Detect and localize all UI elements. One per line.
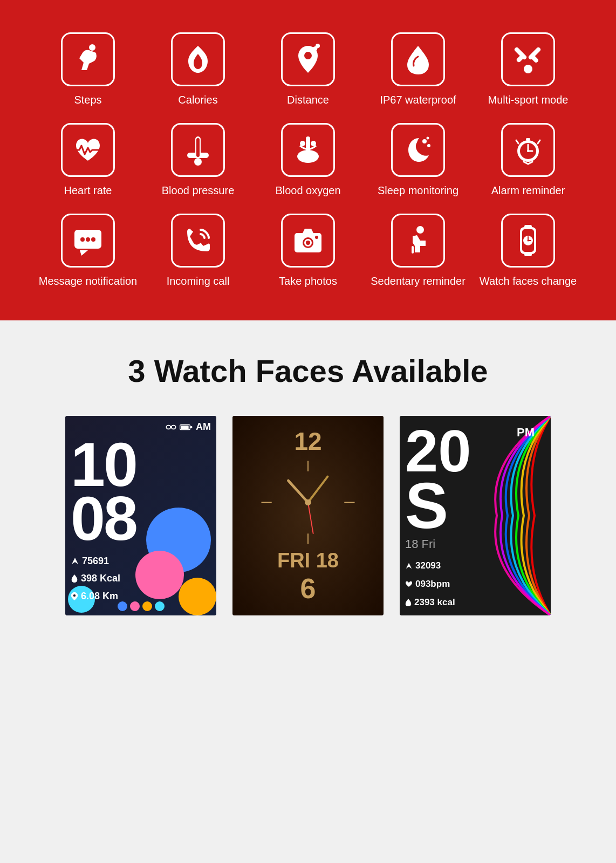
watch-face-3: 20 PM S 18 Fri 32093 xyxy=(400,416,551,615)
watch-face-1-inner: AM 10 08 75691 xyxy=(65,416,216,615)
svg-point-32 xyxy=(306,241,310,245)
calories-label: Calories xyxy=(178,93,217,107)
svg-point-34 xyxy=(416,226,424,234)
svg-point-51 xyxy=(73,594,76,597)
feature-photos: Take photos xyxy=(258,214,358,288)
feature-watchfaces: Watch faces change xyxy=(478,214,578,288)
heartrate-icon xyxy=(72,134,104,166)
svg-point-59 xyxy=(305,499,311,506)
feature-bloodoxygen: Blood oxygen xyxy=(258,123,358,197)
wf3-calories-value: 2393 kcal xyxy=(414,593,455,612)
feature-distance: Distance xyxy=(258,32,358,107)
alarm-icon xyxy=(512,134,544,166)
alarm-label: Alarm reminder xyxy=(491,183,565,197)
heartrate-label: Heart rate xyxy=(64,183,112,197)
svg-rect-39 xyxy=(524,253,532,256)
watch-face-3-inner: 20 PM S 18 Fri 32093 xyxy=(400,416,551,615)
wf3-heart-icon xyxy=(405,581,413,587)
wf1-steps-value: 75691 xyxy=(82,552,109,570)
wf3-steps-value: 32093 xyxy=(415,557,441,575)
wf1-calories-value: 398 Kcal xyxy=(81,570,120,587)
sedentary-icon xyxy=(402,224,434,257)
watch-face-1: AM 10 08 75691 xyxy=(65,416,216,615)
svg-rect-48 xyxy=(181,425,189,429)
wf1-am-label: AM xyxy=(196,421,211,433)
wf3-time-block: 20 PM S xyxy=(405,421,545,533)
message-icon xyxy=(72,224,104,257)
section-title: 3 Watch Faces Available xyxy=(22,353,594,389)
svg-point-18 xyxy=(427,137,429,140)
svg-point-23 xyxy=(527,150,529,152)
svg-point-17 xyxy=(427,144,430,147)
svg-point-33 xyxy=(315,236,318,239)
svg-point-7 xyxy=(524,65,532,73)
wf1-dots xyxy=(65,601,216,611)
svg-point-0 xyxy=(89,44,95,51)
sport-label: Multi-sport mode xyxy=(488,93,569,107)
svg-point-1 xyxy=(304,52,312,59)
sleep-label: Sleep monitoring xyxy=(378,183,458,197)
call-icon xyxy=(182,224,214,257)
feature-call: Incoming call xyxy=(148,214,248,288)
svg-rect-38 xyxy=(524,225,532,228)
distance-label: Distance xyxy=(287,93,329,107)
bloodoxygen-label: Blood oxygen xyxy=(275,183,340,197)
svg-line-56 xyxy=(288,481,308,502)
waterproof-icon xyxy=(402,43,434,76)
wf1-calories-row: 398 Kcal xyxy=(71,570,120,587)
feature-bloodpressure: Blood pressure xyxy=(148,123,248,197)
wf2-date: FRI 18 xyxy=(277,549,339,572)
features-grid: Steps Calories Distance xyxy=(38,32,578,288)
svg-point-10 xyxy=(194,158,202,166)
watchfaces-label: Watch faces change xyxy=(480,274,577,288)
call-label: Incoming call xyxy=(167,274,230,288)
wf2-12: 12 xyxy=(294,427,321,456)
wf3-stats: 32093 093bpm 2393 kcal xyxy=(405,557,545,612)
bloodoxygen-icon xyxy=(292,134,324,166)
feature-sport: Multi-sport mode xyxy=(478,32,578,107)
call-icon-box xyxy=(171,214,225,268)
wf3-time-row: 20 PM xyxy=(405,421,545,481)
bloodpressure-icon xyxy=(182,134,214,166)
alarm-icon-box xyxy=(501,123,555,177)
sleep-icon-box xyxy=(391,123,445,177)
calories-icon xyxy=(182,43,214,76)
wf1-dot-orange xyxy=(142,601,152,611)
sleep-icon xyxy=(402,134,434,166)
feature-alarm: Alarm reminder xyxy=(478,123,578,197)
heartrate-icon-box xyxy=(61,123,115,177)
steps-icon-box xyxy=(61,32,115,86)
watch-face-2: 12 xyxy=(232,416,384,615)
wf1-distance-icon xyxy=(71,592,78,600)
watch-face-2-inner: 12 xyxy=(232,416,384,615)
steps-icon xyxy=(72,43,104,76)
sport-icon-box xyxy=(501,32,555,86)
sedentary-label: Sedentary reminder xyxy=(371,274,466,288)
waterproof-icon-box xyxy=(391,32,445,86)
feature-waterproof: IP67 waterproof xyxy=(368,32,468,107)
watchfaces-icon-box xyxy=(501,214,555,268)
svg-point-27 xyxy=(86,237,90,242)
watch-faces-section: 3 Watch Faces Available xyxy=(0,320,616,648)
wf3-steps-icon xyxy=(405,562,413,570)
sport-icon xyxy=(512,43,544,76)
sedentary-icon-box xyxy=(391,214,445,268)
wf3-calories-icon xyxy=(405,599,412,606)
feature-heartrate: Heart rate xyxy=(38,123,138,197)
svg-point-43 xyxy=(528,240,529,242)
wf1-pink-circle xyxy=(135,551,184,599)
message-label: Message notification xyxy=(39,274,137,288)
feature-sedentary: Sedentary reminder xyxy=(368,214,468,288)
svg-rect-13 xyxy=(306,136,310,157)
feature-sleep: Sleep monitoring xyxy=(368,123,468,197)
svg-line-58 xyxy=(308,503,313,534)
svg-rect-49 xyxy=(190,426,192,428)
wf3-calories-row: 2393 kcal xyxy=(405,593,545,612)
wf3-minute: S xyxy=(405,478,545,533)
watch-faces-grid: AM 10 08 75691 xyxy=(22,416,594,615)
bloodoxygen-icon-box xyxy=(281,123,335,177)
wf3-date: 18 Fri xyxy=(405,537,545,551)
wf1-steps-icon xyxy=(71,557,79,565)
wf3-hour: 20 xyxy=(405,417,471,484)
wf2-clock-svg xyxy=(254,456,362,549)
